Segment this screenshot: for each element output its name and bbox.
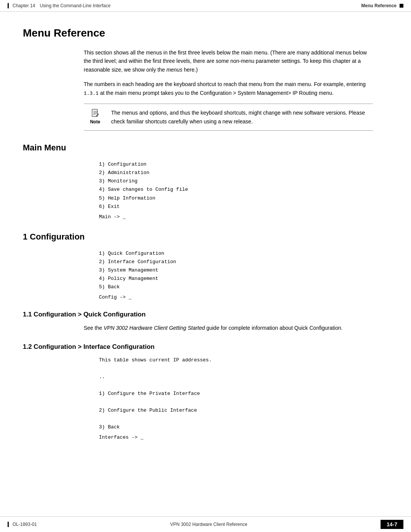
config-code-line-2: 2) Interface Configuration: [99, 258, 388, 266]
footer-center: VPN 3002 Hardware Client Reference: [170, 522, 247, 527]
interface-code-line-blank4: [99, 415, 388, 423]
footer-left-bar: [8, 522, 9, 527]
code-line-4: 4) Save changes to Config file: [99, 185, 388, 194]
header-accent: [8, 3, 9, 8]
interface-code-line-dotdot: ..: [99, 373, 388, 381]
header-chapter: Chapter 14: [13, 3, 35, 8]
footer-left: OL-1893-01: [8, 522, 37, 527]
code-line-1: 1) Configuration: [99, 160, 388, 169]
config-code-line-5: 5) Back: [99, 283, 388, 291]
main-menu-code: 1) Configuration 2) Administration 3) Mo…: [99, 160, 388, 211]
config-code: 1) Quick Configuration 2) Interface Conf…: [99, 249, 388, 291]
header-left: Chapter 14 Using the Command-Line Interf…: [8, 3, 110, 8]
note-icon-area: Note: [84, 109, 107, 125]
section-1-2-code: This table shows current IP addresses. .…: [99, 356, 388, 432]
config-heading: 1 Configuration: [23, 232, 388, 242]
main-content: Menu Reference This section shows all th…: [0, 12, 411, 469]
interface-code-line-blank1: [99, 364, 388, 373]
interface-code-line-blank3: [99, 398, 388, 406]
interfaces-prompt: Interfaces -> _: [99, 435, 388, 440]
section-1-1-body: See the VPN 3002 Hardware Client Getting…: [84, 324, 373, 332]
footer-ol-number: OL-1893-01: [13, 522, 37, 527]
interface-code-line-blank2: [99, 381, 388, 390]
header-right-square: [400, 4, 403, 8]
interface-code-line-2: 1) Configure the Private Interface: [99, 390, 388, 398]
note-text: The menus and options, and thus the keyb…: [111, 109, 373, 126]
code-line-5: 5) Help Information: [99, 194, 388, 203]
code-line-3: 3) Monitoring: [99, 177, 388, 185]
intro-para-2: The numbers in each heading are the keyb…: [84, 80, 373, 97]
note-label: Note: [90, 119, 100, 125]
interface-code-line-1: This table shows current IP addresses.: [99, 356, 388, 364]
page-container: Chapter 14 Using the Command-Line Interf…: [0, 0, 411, 532]
note-container: Note The menus and options, and thus the…: [84, 104, 373, 131]
footer: OL-1893-01 VPN 3002 Hardware Client Refe…: [0, 516, 411, 532]
header-bar: Chapter 14 Using the Command-Line Interf…: [0, 0, 411, 12]
intro-para-1: This section shows all the menus in the …: [84, 48, 373, 74]
main-menu-prompt: Main -> _: [99, 214, 388, 220]
interface-code-line-4: 3) Back: [99, 423, 388, 431]
section-1-1-heading: 1.1 Configuration > Quick Configuration: [23, 311, 388, 318]
config-code-line-4: 4) Policy Management: [99, 275, 388, 283]
config-prompt: Config -> _: [99, 294, 388, 300]
header-right: Menu Reference: [361, 3, 403, 8]
footer-page-number: 14-7: [381, 520, 403, 529]
config-code-line-1: 1) Quick Configuration: [99, 249, 388, 258]
header-chapter-title: Using the Command-Line Interface: [40, 3, 110, 8]
page-title: Menu Reference: [23, 27, 388, 39]
interface-code-line-3: 2) Configure the Public Interface: [99, 406, 388, 415]
config-code-line-3: 3) System Management: [99, 266, 388, 275]
pencil-icon: [90, 109, 100, 119]
code-line-6: 6) Exit: [99, 203, 388, 211]
main-menu-heading: Main Menu: [23, 143, 388, 153]
section-1-2-heading: 1.2 Configuration > Interface Configurat…: [23, 343, 388, 351]
header-right-label: Menu Reference: [361, 3, 397, 8]
code-line-2: 2) Administration: [99, 169, 388, 177]
